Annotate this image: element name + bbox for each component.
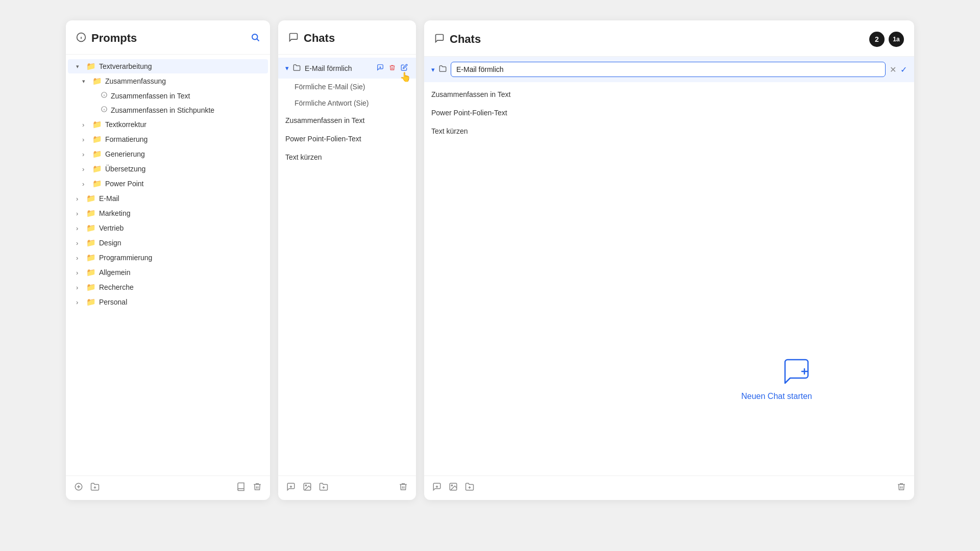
tree-item-label: Generierung <box>105 150 262 158</box>
chat-item-label: Zusammenfassen in Text <box>431 90 907 98</box>
chevron-right-icon: › <box>76 195 83 203</box>
confirm-edit-icon[interactable]: ✓ <box>900 65 907 74</box>
prompts-panel: Prompts ▾ 📁 Textverarbeitung ▾ 📁 Zusamme… <box>66 20 270 500</box>
tree-item-programmierung[interactable]: › 📁 Programmierung <box>68 251 268 265</box>
svg-point-29 <box>451 485 452 486</box>
folder-icon: 📁 <box>92 149 102 159</box>
add-folder-icon-right[interactable] <box>465 482 474 494</box>
chat-subitem-label: Förmliche Antwort (Sie) <box>295 99 369 107</box>
chat-item-text-kuerzen[interactable]: Text kürzen <box>278 148 416 166</box>
chat-item-label: Text kürzen <box>285 153 409 161</box>
tree-item-label: Textverarbeitung <box>99 62 262 70</box>
delete-chat-icon[interactable] <box>388 63 397 73</box>
tree-item-formatierung[interactable]: › 📁 Formatierung <box>68 132 268 146</box>
chevron-right-icon: › <box>76 210 83 217</box>
tree-item-allgemein[interactable]: › 📁 Allgemein <box>68 265 268 280</box>
chevron-right-icon: › <box>82 136 89 143</box>
tree-item-generierung[interactable]: › 📁 Generierung <box>68 147 268 161</box>
tree-item-vertrieb[interactable]: › 📁 Vertrieb <box>68 221 268 235</box>
tree-item-label: Recherche <box>99 283 262 291</box>
tree-item-marketing[interactable]: › 📁 Marketing <box>68 206 268 220</box>
folder-icon: 📁 <box>92 120 102 129</box>
tree-item-design[interactable]: › 📁 Design <box>68 236 268 250</box>
add-prompt-icon[interactable] <box>74 482 83 494</box>
prompts-tree: ▾ 📁 Textverarbeitung ▾ 📁 Zusammenfassung <box>66 55 270 475</box>
chat-item-powerpoint[interactable]: Power Point-Folien-Text <box>278 130 416 148</box>
tree-item-recherche[interactable]: › 📁 Recherche <box>68 280 268 294</box>
folder-icon: 📁 <box>92 135 102 144</box>
chat-subitem-label: Förmliche E-Mail (Sie) <box>295 83 365 91</box>
tree-item-label: E-Mail <box>99 194 262 203</box>
add-folder-icon[interactable] <box>90 482 100 494</box>
tree-item-label: Formatierung <box>105 135 262 143</box>
tree-item-uebersetzung[interactable]: › 📁 Übersetzung <box>68 162 268 176</box>
chat-item-right-zusammenfassen[interactable]: Zusammenfassen in Text <box>424 85 914 104</box>
new-chat-small-icon[interactable] <box>376 63 385 73</box>
cancel-edit-icon[interactable]: ✕ <box>890 65 896 74</box>
chevron-right-icon: › <box>82 151 89 158</box>
chat-subitem-formliche-antwort[interactable]: Förmliche Antwort (Sie) <box>278 95 416 111</box>
delete-icon-right[interactable] <box>897 482 906 494</box>
chat-item-label: Zusammenfassen in Text <box>285 116 409 124</box>
image-icon[interactable] <box>303 482 312 494</box>
chat-item-right-text-kuerzen[interactable]: Text kürzen <box>424 122 914 140</box>
search-icon[interactable] <box>251 33 260 44</box>
svg-line-4 <box>257 39 259 41</box>
tree-item-personal[interactable]: › 📁 Personal <box>68 295 268 309</box>
chat-item-zusammenfassen[interactable]: Zusammenfassen in Text <box>278 111 416 130</box>
chat-item-right-powerpoint[interactable]: Power Point-Folien-Text <box>424 104 914 122</box>
tree-item-label: Personal <box>99 298 262 306</box>
chat-name-input[interactable] <box>451 62 886 77</box>
tree-item-label: Allgemein <box>99 268 262 277</box>
chevron-right-icon: › <box>82 165 89 173</box>
chats-right-panel: Chats 2 1a ▾ ✕ ✓ Zusammenfassen in Text <box>424 20 914 500</box>
tree-item-label: Vertrieb <box>99 224 262 232</box>
chats-right-footer <box>424 475 914 500</box>
chats-right-title: Chats <box>450 33 864 46</box>
image-icon-right[interactable] <box>449 482 458 494</box>
tree-item-powerpoint[interactable]: › 📁 Power Point <box>68 177 268 191</box>
tree-item-label: Textkorrektur <box>105 120 262 129</box>
badge-2: 2 <box>869 32 885 47</box>
prompts-icon <box>76 32 86 45</box>
new-chat-icon-right[interactable] <box>432 482 442 494</box>
delete-icon[interactable] <box>399 482 408 494</box>
chevron-down-icon: ▾ <box>76 63 83 70</box>
chat-item-email-foermlich[interactable]: ▾ E-Mail förmlich <box>278 58 416 79</box>
add-folder-icon[interactable] <box>319 482 328 494</box>
tree-item-textkorrektur[interactable]: › 📁 Textkorrektur <box>68 117 268 132</box>
tree-item-label: Programmierung <box>99 254 262 262</box>
prompt-icon <box>101 106 108 114</box>
book-icon[interactable] <box>236 482 246 494</box>
chevron-right-icon: › <box>76 269 83 277</box>
tree-item-textverarbeitung[interactable]: ▾ 📁 Textverarbeitung <box>68 59 268 73</box>
folder-icon <box>293 64 301 73</box>
prompt-icon <box>101 91 108 100</box>
tree-item-label: Marketing <box>99 209 262 217</box>
folder-icon: 📁 <box>86 62 96 71</box>
tree-item-zusammenfassung[interactable]: ▾ 📁 Zusammenfassung <box>68 74 268 88</box>
tree-item-label: Zusammenfassen in Text <box>111 92 262 100</box>
main-container: Prompts ▾ 📁 Textverarbeitung ▾ 📁 Zusamme… <box>0 0 980 551</box>
new-chat-label[interactable]: Neuen Chat starten <box>741 392 812 401</box>
new-chat-icon[interactable] <box>286 482 296 494</box>
tree-item-label: Übersetzung <box>105 165 262 173</box>
chevron-right-icon: › <box>76 298 83 306</box>
folder-icon: 📁 <box>92 164 102 173</box>
tree-item-label: Zusammenfassen in Stichpunkte <box>111 106 262 114</box>
folder-icon: 📁 <box>92 77 102 86</box>
prompts-header: Prompts <box>66 20 270 55</box>
new-chat-large-icon[interactable] <box>781 356 812 387</box>
tree-item-label: Zusammenfassung <box>105 77 262 85</box>
delete-icon[interactable] <box>253 482 262 494</box>
folder-icon: 📁 <box>86 268 96 277</box>
tree-item-prompt-zusammenfassen-stich[interactable]: Zusammenfassen in Stichpunkte <box>68 103 268 117</box>
edit-chat-icon[interactable]: 👆 <box>400 63 409 73</box>
tree-item-label: Design <box>99 239 262 247</box>
tree-item-prompt-zusammenfassen-text[interactable]: Zusammenfassen in Text <box>68 89 268 103</box>
editing-row: ▾ ✕ ✓ <box>424 57 914 82</box>
tree-item-email[interactable]: › 📁 E-Mail <box>68 191 268 206</box>
chevron-down-editing: ▾ <box>431 66 435 73</box>
chats-left-title: Chats <box>304 32 406 45</box>
chat-subitem-formliche-email[interactable]: Förmliche E-Mail (Sie) <box>278 79 416 95</box>
